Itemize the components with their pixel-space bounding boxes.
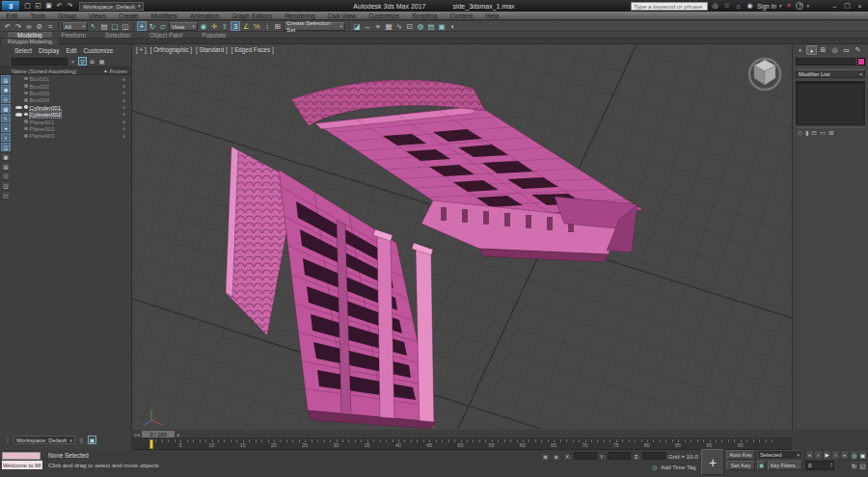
toolbar-icon[interactable]: ↖	[89, 21, 98, 31]
time-slider-handle[interactable]: 0 / 100	[142, 431, 175, 437]
explorer-filter-icon[interactable]: ◉	[1, 85, 11, 93]
menu-item[interactable]: Rendering	[279, 12, 321, 19]
window-button[interactable]: –	[828, 1, 841, 11]
toolbar-icon[interactable]: %	[252, 21, 261, 31]
search-input[interactable]	[631, 2, 708, 11]
explorer-filter-icon[interactable]: ▤	[1, 75, 11, 84]
key-mode-dropdown[interactable]: Selected ▾	[757, 450, 802, 460]
toolbar-icon[interactable]: ◪	[352, 21, 362, 31]
scene-object-row[interactable]: Plane003	[14, 132, 131, 139]
qat-icon[interactable]: ↷	[66, 2, 74, 11]
stack-tool-icon[interactable]: ◇	[798, 129, 802, 137]
frozen-toggle[interactable]	[122, 127, 125, 130]
toolbar-icon[interactable]: ⊘	[35, 21, 44, 31]
explorer-menu-item[interactable]: Display	[36, 47, 62, 54]
explorer-filter-icon[interactable]: ▦	[1, 104, 11, 113]
toolbar-icon[interactable]: ⇧	[220, 21, 230, 31]
ribbon-tab[interactable]: Selection	[95, 32, 140, 38]
playback-button[interactable]: «	[805, 450, 814, 460]
toolbar-icon[interactable]: ⊡	[405, 21, 415, 31]
viewport-nav-icon[interactable]: ◱	[858, 461, 867, 470]
named-selection-set-dropdown[interactable]: Create Selection Set ▾	[284, 22, 345, 31]
view-cube[interactable]	[743, 50, 787, 94]
viewport-label-segment[interactable]: [ Orthographic ]	[150, 46, 192, 53]
toolbar-icon[interactable]: ≈	[45, 21, 55, 31]
toolbar-icon[interactable]: ≡	[373, 21, 383, 31]
playback-button[interactable]: ‹	[814, 450, 823, 460]
ribbon-tab[interactable]: Modeling	[8, 32, 52, 38]
viewport-nav-icon[interactable]: ▣	[858, 450, 867, 460]
command-panel-tab[interactable]: ◗	[806, 45, 817, 55]
object-name[interactable]: Cylinder002	[30, 111, 62, 118]
menu-item[interactable]: Modifiers	[145, 12, 184, 19]
toolbar-icon[interactable]: ▣	[437, 21, 447, 31]
command-panel-tab[interactable]: ✎	[853, 45, 863, 55]
chevron-down-icon[interactable]: ▾	[806, 3, 809, 9]
toolbar-icon[interactable]: ↔	[363, 21, 372, 31]
toolbar-grip-icon[interactable]: ⋮	[3, 436, 12, 444]
window-button[interactable]: ×	[854, 1, 866, 11]
explorer-filter-icon[interactable]: ▥	[1, 162, 11, 171]
maxscript-mini-listener[interactable]: Welcome to M/	[2, 461, 42, 469]
set-key-button[interactable]: Set Key	[726, 461, 755, 470]
menu-item[interactable]: Graph Editors	[226, 12, 279, 19]
explorer-filter-icon[interactable]: ▣	[1, 152, 11, 161]
menu-item[interactable]: Animation	[183, 12, 225, 19]
playback-button[interactable]: ›	[831, 450, 840, 460]
object-name[interactable]: Plane003	[30, 132, 55, 139]
selection-filter-dropdown[interactable]: All ▾	[62, 22, 88, 31]
menu-item[interactable]: Views	[82, 12, 112, 19]
frozen-toggle[interactable]	[122, 113, 125, 116]
explorer-filter-icon[interactable]: ◳	[1, 181, 11, 190]
frozen-toggle[interactable]	[122, 135, 125, 138]
window-button[interactable]: ▢	[841, 1, 854, 11]
toolbar-icon[interactable]: ∿	[394, 21, 404, 31]
account-icon[interactable]: ◉	[746, 2, 754, 11]
viewport-label-segment[interactable]: [ Standard ]	[196, 46, 228, 53]
explorer-filter-icon[interactable]: ⊙	[1, 94, 11, 103]
command-panel-tab[interactable]: ⊞	[818, 45, 828, 55]
toolbar-icon[interactable]: 3	[231, 21, 240, 31]
status-toggle-icon[interactable]: ▣	[541, 452, 550, 461]
toolbar-icon[interactable]: ✛	[209, 21, 219, 31]
app-logo-icon[interactable]: 3	[2, 1, 19, 11]
reference-coordinate-dropdown[interactable]: View ▾	[169, 22, 198, 31]
qat-icon[interactable]: ◱	[34, 2, 42, 11]
explorer-search-icon[interactable]: ⊞	[88, 57, 96, 66]
y-coordinate-field[interactable]	[608, 452, 631, 460]
object-name[interactable]: Box004	[30, 96, 50, 103]
toolbar-icon[interactable]: ▱	[158, 21, 168, 31]
toolbar-icon[interactable]: ↕	[262, 21, 272, 31]
frozen-toggle[interactable]	[122, 78, 125, 81]
menu-item[interactable]: Help	[479, 12, 505, 19]
z-coordinate-field[interactable]	[642, 452, 665, 460]
explorer-filter-icon[interactable]: ↖	[1, 114, 11, 122]
current-frame-field[interactable]: 0 ▴▾	[805, 461, 834, 470]
command-panel-tab[interactable]: ◎	[829, 45, 840, 55]
object-name[interactable]: Box001	[30, 75, 50, 82]
spinner-icon[interactable]: ▴▾	[830, 463, 833, 469]
modifier-list-dropdown[interactable]: Modifier List ▾	[796, 69, 865, 78]
toolbar-icon[interactable]: +	[137, 21, 147, 31]
workspace-selector[interactable]: Workspace: Default ▾	[79, 2, 144, 11]
scene-object-row[interactable]: Box001	[14, 75, 131, 82]
toolbar-icon[interactable]: ▤	[426, 21, 436, 31]
account-icon[interactable]: ◎	[711, 2, 719, 11]
object-name[interactable]: Box002	[30, 83, 50, 90]
menu-item[interactable]: Content	[444, 12, 479, 19]
explorer-filter-icon[interactable]: ◐	[1, 133, 11, 142]
ribbon-tab[interactable]: Object Paint	[140, 32, 192, 38]
visibility-eye-icon[interactable]	[15, 105, 22, 110]
stack-tool-icon[interactable]: ⊟	[812, 129, 817, 137]
explorer-search-input[interactable]	[12, 58, 68, 66]
toolbar-icon[interactable]: ∞	[24, 21, 34, 31]
object-name[interactable]: Box003	[30, 90, 50, 96]
explorer-menu-item[interactable]: Edit	[63, 47, 79, 54]
menu-item[interactable]: Edit	[0, 12, 24, 19]
toolbar-icon[interactable]: ↶	[3, 21, 13, 31]
object-name-field[interactable]	[796, 58, 855, 66]
object-name[interactable]: Cylinder001	[30, 104, 62, 111]
scene-object-row[interactable]: Cylinder002	[14, 111, 131, 118]
visibility-eye-icon[interactable]	[15, 112, 22, 117]
explorer-column-header[interactable]: Name (Sorted Ascending) ▲ Frozen	[0, 66, 131, 75]
